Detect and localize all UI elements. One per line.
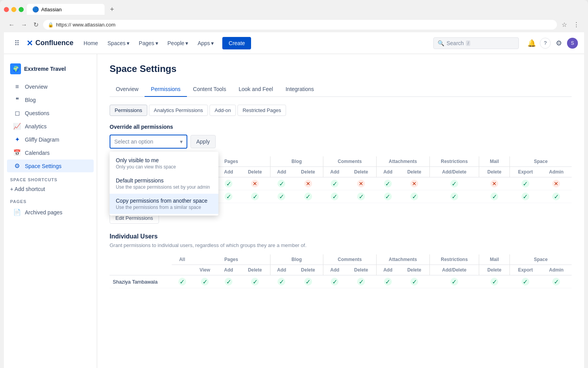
sub-tabs: Permissions Analytics Permissions Add-on… — [110, 105, 572, 116]
refresh-button[interactable]: ↻ — [32, 19, 40, 30]
tab-title: Atlassian — [41, 7, 62, 12]
perm-cell: ✓ — [509, 177, 541, 190]
search-icon: 🔍 — [438, 40, 444, 46]
tab-content-tools[interactable]: Content Tools — [187, 82, 232, 97]
sidebar-item-label: Overview — [25, 84, 47, 90]
search-placeholder: Search — [447, 40, 464, 46]
sidebar-item-blog[interactable]: ❝ Blog — [7, 93, 94, 106]
individual-users-title: Individual Users — [110, 233, 572, 240]
sidebar-item-label: Space Settings — [25, 163, 61, 169]
blog-icon: ❝ — [13, 96, 21, 103]
cross-icon: ✕ — [552, 180, 560, 188]
sidebar-item-analytics[interactable]: 📈 Analytics — [7, 120, 94, 133]
check-icon: ✓ — [490, 278, 498, 286]
perm-cell: ✕ — [399, 177, 429, 190]
maximize-dot[interactable] — [19, 7, 24, 12]
ind-restrictions-group-header: Restrictions — [429, 254, 479, 265]
create-button[interactable]: Create — [222, 37, 251, 49]
restrictions-group-header: Restrictions — [429, 156, 479, 167]
perm-cell: ✕ — [240, 177, 270, 190]
dropdown-item-title: Only visible to me — [116, 157, 212, 163]
space-group-header: Space — [509, 156, 572, 167]
add-tab-button[interactable]: + — [108, 5, 117, 14]
tab-integrations[interactable]: Integrations — [279, 82, 320, 97]
perm-cell: ✓ — [240, 275, 270, 288]
sub-tab-permissions[interactable]: Permissions — [110, 105, 147, 116]
check-icon: ✓ — [304, 278, 312, 286]
sidebar-item-gliffy[interactable]: ✦ Gliffy Diagram — [7, 133, 94, 146]
browser-tab[interactable]: 🔵 Atlassian — [27, 4, 105, 15]
nav-people[interactable]: People ▾ — [164, 37, 192, 49]
cross-icon: ✕ — [251, 180, 259, 188]
search-box[interactable]: 🔍 Search / — [433, 37, 519, 49]
tab-look-and-feel[interactable]: Look and Feel — [232, 82, 279, 97]
nav-home[interactable]: Home — [80, 37, 102, 49]
check-icon: ✓ — [225, 180, 232, 188]
tab-permissions[interactable]: Permissions — [145, 82, 187, 97]
sidebar-item-archived-pages[interactable]: 📄 Archived pages — [7, 206, 94, 219]
page-title: Space Settings — [110, 63, 572, 74]
override-select[interactable]: Select an option ▾ — [110, 135, 187, 149]
perm-cell: ✓ — [376, 275, 399, 288]
browser-menu-button[interactable]: ⋮ — [572, 19, 581, 30]
apply-button[interactable]: Apply — [190, 135, 216, 148]
bell-icon: 🔔 — [527, 39, 536, 47]
dropdown-item-default[interactable]: Default permissions Use the space permis… — [110, 173, 218, 194]
perm-cell: ✓ — [192, 275, 217, 288]
dropdown-item-only-visible[interactable]: Only visible to me Only you can view thi… — [110, 153, 218, 173]
cross-icon: ✕ — [304, 180, 312, 188]
add-shortcut-label: + Add shortcut — [10, 186, 45, 192]
sub-tab-analytics-permissions[interactable]: Analytics Permissions — [149, 105, 208, 116]
perm-cell: ✓ — [479, 190, 509, 203]
individual-users-desc: Grant permissions to individual users, r… — [110, 242, 572, 248]
sidebar-item-label: Questions — [25, 110, 49, 116]
check-icon: ✓ — [552, 193, 560, 200]
sidebar-item-overview[interactable]: ≡ Overview — [7, 81, 94, 93]
bookmark-button[interactable]: ☆ — [560, 19, 569, 30]
minimize-dot[interactable] — [11, 7, 16, 12]
notifications-button[interactable]: 🔔 — [525, 37, 538, 50]
nav-apps[interactable]: Apps ▾ — [194, 37, 218, 49]
forward-button[interactable]: → — [19, 20, 29, 30]
individual-table-body: Shaziya Tambawala✓✓✓✓✓✓✓✓✓✓✓✓✓✓ — [110, 275, 572, 288]
dropdown-item-desc: Only you can view this space — [116, 164, 212, 170]
pages-section-label: PAGES — [4, 195, 97, 205]
override-title: Override all permissions — [110, 124, 572, 130]
sidebar-item-calendars[interactable]: 📅 Calendars — [7, 146, 94, 159]
perm-cell: ✓ — [270, 177, 293, 190]
sidebar-item-questions[interactable]: ◻ Questions — [7, 107, 94, 119]
user-name-cell: Shaziya Tambawala — [110, 275, 172, 288]
app-switcher-button[interactable]: ⠿ — [10, 37, 23, 50]
sub-tab-restricted-pages[interactable]: Restricted Pages — [237, 105, 286, 116]
check-icon: ✓ — [410, 278, 418, 286]
nav-spaces[interactable]: Spaces ▾ — [103, 37, 133, 49]
settings-button[interactable]: ⚙ — [552, 37, 565, 50]
check-icon: ✓ — [304, 193, 312, 200]
check-icon: ✓ — [251, 193, 259, 200]
perm-cell: ✕ — [293, 177, 323, 190]
sidebar-item-space-settings[interactable]: ⚙ Space Settings — [7, 159, 94, 172]
dropdown-item-copy[interactable]: Copy permissions from another space Use … — [110, 194, 218, 214]
individual-users-section: Individual Users Grant permissions to in… — [110, 233, 572, 288]
space-icon: 🌍 — [10, 63, 21, 74]
comments-group-header: Comments — [323, 156, 377, 167]
user-avatar[interactable]: S — [567, 38, 578, 49]
back-button[interactable]: ← — [7, 20, 16, 30]
add-shortcut-button[interactable]: + Add shortcut — [4, 184, 97, 195]
address-bar[interactable]: 🔒 https:// www.atlassian.com — [43, 20, 557, 30]
dropdown-item-desc: Use the space permissions set by your ad… — [116, 184, 212, 190]
search-slash: / — [466, 40, 470, 46]
sidebar-item-label: Analytics — [25, 123, 47, 130]
perm-cell: ✓ — [399, 190, 429, 203]
ind-pages-group-header: Pages — [192, 254, 270, 265]
help-button[interactable]: ? — [540, 38, 551, 49]
nav-pages[interactable]: Pages ▾ — [135, 37, 162, 49]
attachments-group-header: Attachments — [376, 156, 429, 167]
perm-cell: ✓ — [293, 190, 323, 203]
close-dot[interactable] — [4, 7, 9, 12]
perm-cell: ✓ — [172, 275, 192, 288]
tab-overview[interactable]: Overview — [110, 82, 145, 97]
sub-tab-add-on[interactable]: Add-on — [209, 105, 236, 116]
space-admin-header: Admin — [541, 167, 572, 177]
confluence-logo[interactable]: ✕ Confluence — [26, 39, 73, 48]
